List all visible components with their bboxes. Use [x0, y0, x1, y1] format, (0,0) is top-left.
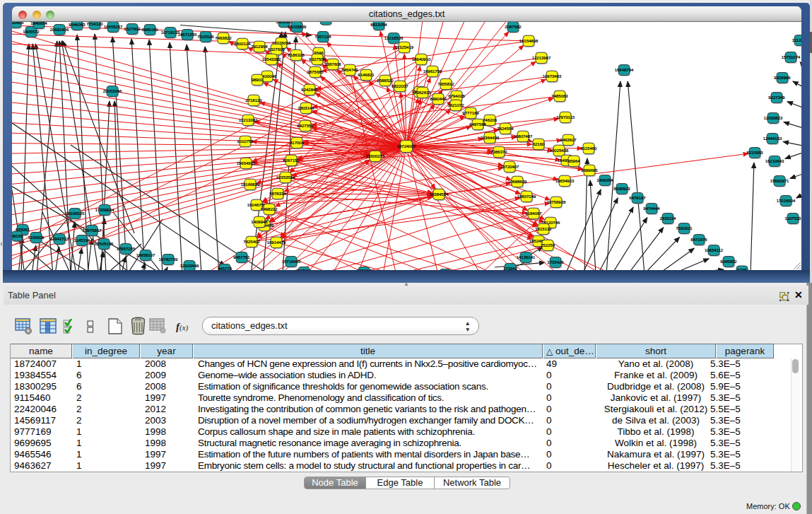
svg-text:16033809: 16033809	[288, 25, 307, 29]
svg-text:945779: 945779	[218, 267, 233, 270]
svg-text:8454749: 8454749	[341, 68, 358, 72]
svg-text:10688609: 10688609	[508, 180, 527, 184]
svg-text:9245: 9245	[737, 268, 747, 270]
svg-text:8471676: 8471676	[690, 238, 707, 242]
svg-text:12213967: 12213967	[532, 56, 551, 60]
svg-text:1621072: 1621072	[447, 103, 464, 107]
svg-text:3912954: 3912954	[251, 45, 268, 49]
svg-text:19166829: 19166829	[241, 182, 260, 187]
svg-text:10807487: 10807487	[514, 134, 533, 139]
svg-text:8990443: 8990443	[430, 97, 447, 101]
svg-text:62160: 62160	[533, 142, 545, 146]
svg-text:3624554: 3624554	[497, 127, 514, 131]
svg-text:6497568: 6497568	[469, 122, 486, 127]
svg-text:98901: 98901	[252, 78, 264, 82]
svg-text:1409948: 1409948	[251, 220, 268, 224]
svg-text:12444153: 12444153	[763, 136, 782, 141]
svg-text:9327508: 9327508	[309, 57, 326, 62]
svg-text:19384554: 19384554	[430, 192, 449, 197]
svg-text:7625402: 7625402	[243, 240, 260, 244]
svg-text:10973493: 10973493	[543, 74, 562, 78]
svg-text:14136141: 14136141	[517, 255, 536, 259]
svg-text:1112808: 1112808	[792, 38, 801, 42]
svg-text:25300275: 25300275	[366, 154, 385, 158]
svg-text:16648794: 16648794	[615, 68, 634, 72]
svg-text:19654925: 19654925	[237, 161, 256, 165]
svg-text:9777169: 9777169	[462, 111, 479, 115]
svg-text:2588520: 2588520	[377, 78, 394, 83]
svg-text:9184067: 9184067	[525, 211, 542, 216]
svg-text:9146821: 9146821	[358, 73, 375, 77]
svg-text:5498222: 5498222	[261, 207, 278, 211]
svg-text:19654923: 19654923	[555, 179, 575, 183]
svg-text:1615132: 1615132	[535, 227, 552, 231]
svg-text:17016504: 17016504	[777, 199, 796, 203]
svg-text:6479197: 6479197	[629, 196, 646, 200]
svg-text:20364436: 20364436	[481, 136, 500, 140]
svg-text:10025438: 10025438	[550, 148, 569, 153]
svg-text:8822037: 8822037	[392, 84, 408, 88]
svg-text:18640910: 18640910	[412, 57, 431, 62]
svg-text:7485063: 7485063	[551, 94, 568, 98]
svg-text:95964: 95964	[568, 159, 580, 163]
svg-text:10655267: 10655267	[104, 25, 123, 29]
svg-text:18724007: 18724007	[397, 144, 416, 148]
svg-text:9546063: 9546063	[69, 23, 86, 27]
svg-text:1409354: 1409354	[596, 178, 613, 182]
svg-text:15720407: 15720407	[500, 165, 519, 169]
svg-text:7955812: 7955812	[437, 82, 454, 86]
svg-text:10654112: 10654112	[705, 248, 724, 252]
svg-text:9242845: 9242845	[301, 88, 318, 92]
svg-text:7463822: 7463822	[215, 36, 232, 40]
svg-text:16782759: 16782759	[159, 257, 178, 262]
svg-text:12505135: 12505135	[95, 242, 114, 246]
svg-text:12093823: 12093823	[764, 116, 783, 120]
svg-text:2803144: 2803144	[298, 106, 314, 110]
svg-text:17957255: 17957255	[117, 247, 136, 251]
svg-text:2935114: 2935114	[660, 216, 677, 221]
svg-text:16210643: 16210643	[765, 159, 784, 163]
svg-text:1733426: 1733426	[547, 260, 564, 264]
svg-text:7714120: 7714120	[86, 22, 103, 26]
svg-text:2718120: 2718120	[245, 98, 262, 103]
svg-text:1167533: 1167533	[785, 216, 801, 221]
svg-text:8267150: 8267150	[283, 158, 300, 163]
svg-text:15692971: 15692971	[770, 179, 789, 183]
svg-text:6794028: 6794028	[448, 94, 465, 98]
svg-text:1603381: 1603381	[276, 22, 293, 24]
svg-text:8813054: 8813054	[370, 23, 387, 27]
svg-text:7632621: 7632621	[676, 226, 693, 230]
svg-text:20691406: 20691406	[50, 28, 69, 32]
svg-text:9474444: 9474444	[643, 206, 660, 211]
svg-text:15751074: 15751074	[782, 55, 801, 59]
svg-text:151617: 151617	[357, 269, 372, 270]
svg-text:12923448: 12923448	[180, 264, 199, 268]
svg-text:10975867: 10975867	[83, 228, 102, 233]
svg-text:12942737: 12942737	[50, 237, 69, 241]
svg-text:9115460: 9115460	[581, 146, 598, 151]
svg-text:1156829: 1156829	[28, 235, 45, 240]
svg-text:10958107: 10958107	[136, 253, 155, 257]
svg-text:39159: 39159	[12, 234, 23, 238]
svg-text:417004: 417004	[297, 269, 312, 270]
svg-text:16914479: 16914479	[267, 240, 286, 245]
svg-text:173342: 173342	[503, 267, 518, 270]
svg-text:9457791: 9457791	[233, 255, 250, 259]
svg-text:7386372: 7386372	[490, 150, 507, 154]
svg-text:17973115: 17973115	[556, 115, 575, 119]
svg-text:12218506: 12218506	[384, 36, 404, 40]
svg-text:9329966: 9329966	[774, 76, 791, 80]
svg-text:11325419: 11325419	[395, 45, 414, 49]
svg-text:5878334: 5878334	[269, 192, 286, 196]
svg-text:16961755: 16961755	[423, 69, 442, 74]
svg-text:19756928: 19756928	[547, 200, 566, 204]
svg-text:9463627: 9463627	[560, 138, 577, 142]
svg-text:8938923: 8938923	[613, 187, 630, 191]
svg-text:18807249: 18807249	[517, 194, 536, 199]
svg-text:9327500: 9327500	[268, 47, 285, 52]
svg-text:8215955: 8215955	[746, 151, 763, 155]
svg-text:2367608: 2367608	[324, 62, 341, 66]
svg-text:9699695: 9699695	[581, 168, 598, 173]
svg-text:15716485: 15716485	[282, 259, 301, 264]
svg-text:417004: 417004	[290, 141, 305, 145]
